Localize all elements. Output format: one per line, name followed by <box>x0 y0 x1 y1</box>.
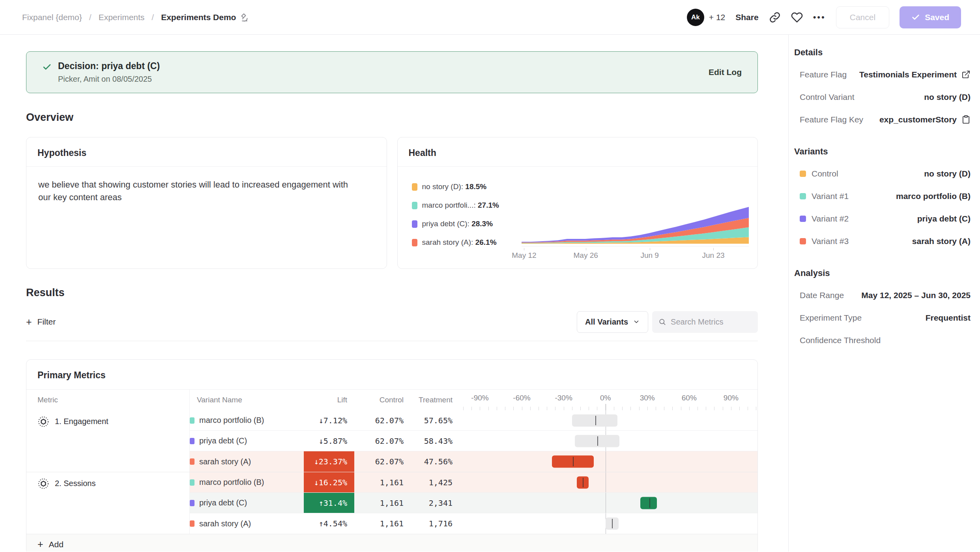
decision-title: Decision: priya debt (C) <box>58 61 160 71</box>
lift-point-marker <box>573 457 574 466</box>
edit-log-button[interactable]: Edit Log <box>709 68 742 77</box>
axis-ruler-tick <box>656 407 656 410</box>
feature-flag-value[interactable]: Testimonials Experiment <box>859 70 957 79</box>
control-variant-value: no story (D) <box>924 92 971 102</box>
axis-ruler-tick <box>739 407 740 410</box>
x-axis-tick <box>650 248 650 250</box>
add-metric-button[interactable]: + Add <box>26 534 757 552</box>
axis-ruler-tick <box>539 407 539 410</box>
control-value: 62.07% <box>354 416 413 425</box>
variant-name: priya debt (C) <box>199 436 247 445</box>
variant-color-chip <box>800 216 806 222</box>
confidence-interval-bar <box>572 414 617 426</box>
lift-cell: ↓5.87% <box>304 431 354 451</box>
variant-color-chip <box>190 479 195 486</box>
variant-row: Controlno story (D) <box>794 162 971 185</box>
details-sidebar: Details Feature Flag Testimonials Experi… <box>788 35 980 552</box>
breadcrumb-project[interactable]: Fixpanel {demo} <box>22 13 82 22</box>
axis-tick-label: -30% <box>555 394 572 402</box>
axis-ruler-tick <box>681 407 681 410</box>
axis-ruler-tick <box>564 407 564 410</box>
metric-cell: 1. Engagement <box>26 410 190 472</box>
top-bar: Fixpanel {demo} / Experiments / Experime… <box>0 0 980 35</box>
axis-ruler-tick <box>463 407 464 410</box>
health-title: Health <box>398 137 758 167</box>
control-value: 1,161 <box>354 478 413 487</box>
table-row: sarah story (A)↓23.37%62.07%47.56% <box>190 451 757 472</box>
axis-zero-tick <box>606 404 606 410</box>
confidence-interval-cell <box>460 513 757 534</box>
control-variant-row: Control Variant no story (D) <box>794 86 971 108</box>
control-value: 62.07% <box>354 436 413 446</box>
axis-ruler-tick <box>530 407 531 410</box>
search-input[interactable] <box>671 317 752 327</box>
lift-value: ↑31.4% <box>319 498 347 508</box>
variants-filter-dropdown[interactable]: All Variants <box>577 311 648 333</box>
column-metric: Metric <box>26 390 190 410</box>
health-card: Health no story (D): 18.5%marco portfoli… <box>397 137 758 269</box>
axis-ruler-tick <box>480 407 480 410</box>
metric-target-icon <box>37 416 49 428</box>
confidence-interval-cell <box>460 472 757 492</box>
feature-flag-key-label: Feature Flag Key <box>800 115 863 124</box>
breadcrumb-experiments[interactable]: Experiments <box>99 13 145 22</box>
feature-flag-key-row: Feature Flag Key exp_customerStory <box>794 108 971 131</box>
lift-value: ↓5.87% <box>319 436 347 446</box>
chevron-down-icon <box>633 318 640 325</box>
lift-axis-header: -90%-60%-30%0%30%60%90% <box>460 390 757 410</box>
share-button[interactable]: Share <box>735 13 758 22</box>
confidence-interval-cell <box>460 410 757 430</box>
metrics-table-body: 1. Engagementmarco portfolio (B)↓7.12%62… <box>26 410 757 534</box>
avatar-overflow-count[interactable]: + 12 <box>709 13 725 22</box>
confidence-interval-cell <box>460 431 757 451</box>
legend-value: 28.3% <box>471 220 493 228</box>
primary-metrics-card: Primary Metrics Metric Variant Name Lift… <box>26 359 758 552</box>
breadcrumb-separator: / <box>89 13 92 22</box>
variant-name: priya debt (C) <box>199 498 247 507</box>
treatment-value: 1,716 <box>413 519 460 528</box>
variant-row: Variant #2priya debt (C) <box>794 207 971 230</box>
decision-check-icon <box>42 62 52 72</box>
axis-ruler-tick <box>723 407 723 410</box>
variant-value: priya debt (C) <box>917 214 971 223</box>
axis-ruler-tick <box>689 407 690 410</box>
metrics-table-header: Metric Variant Name Lift Control Treatme… <box>26 390 757 410</box>
x-axis-tick <box>524 248 524 250</box>
axis-ruler-tick <box>505 407 505 410</box>
copy-link-icon[interactable] <box>769 11 781 23</box>
variant-label: Variant #3 <box>812 237 849 246</box>
confidence-interval-cell <box>460 451 757 472</box>
axis-ruler-tick <box>698 407 698 410</box>
metric-name: 2. Sessions <box>55 478 95 488</box>
cancel-button[interactable]: Cancel <box>836 6 889 28</box>
saved-button[interactable]: Saved <box>900 6 961 28</box>
column-treatment: Treatment <box>413 396 460 404</box>
analysis-value: Frequentist <box>926 313 971 323</box>
lift-value: ↑4.54% <box>319 519 347 528</box>
variant-cell: marco portfolio (B) <box>190 478 304 487</box>
metrics-search[interactable] <box>652 311 758 333</box>
axis-ruler-tick <box>513 407 514 410</box>
legend-value: 18.5% <box>465 182 486 191</box>
add-filter-button[interactable]: + Filter <box>26 317 56 327</box>
variant-color-chip <box>190 417 195 424</box>
copy-icon[interactable] <box>961 115 971 124</box>
more-options-icon[interactable]: ••• <box>813 12 826 23</box>
axis-ruler-tick <box>614 407 614 410</box>
lift-value: ↓23.37% <box>314 457 347 466</box>
external-link-icon[interactable] <box>961 70 971 79</box>
decision-subtitle: Picker, Amit on 08/05/2025 <box>58 75 160 84</box>
feature-flag-key-value: exp_customerStory <box>879 115 957 124</box>
overview-heading: Overview <box>26 111 758 124</box>
variants-filter-value: All Variants <box>585 317 628 327</box>
control-value: 62.07% <box>354 457 413 466</box>
lift-cell: ↓23.37% <box>304 451 354 472</box>
details-heading: Details <box>794 47 971 58</box>
favorite-heart-icon[interactable] <box>791 11 803 23</box>
variant-color-chip <box>190 520 195 527</box>
axis-ruler-tick <box>622 407 623 410</box>
lift-cell: ↓7.12% <box>304 410 354 430</box>
zero-line <box>606 451 606 472</box>
x-axis-tick <box>586 248 586 250</box>
avatar[interactable]: Ak <box>687 9 704 26</box>
